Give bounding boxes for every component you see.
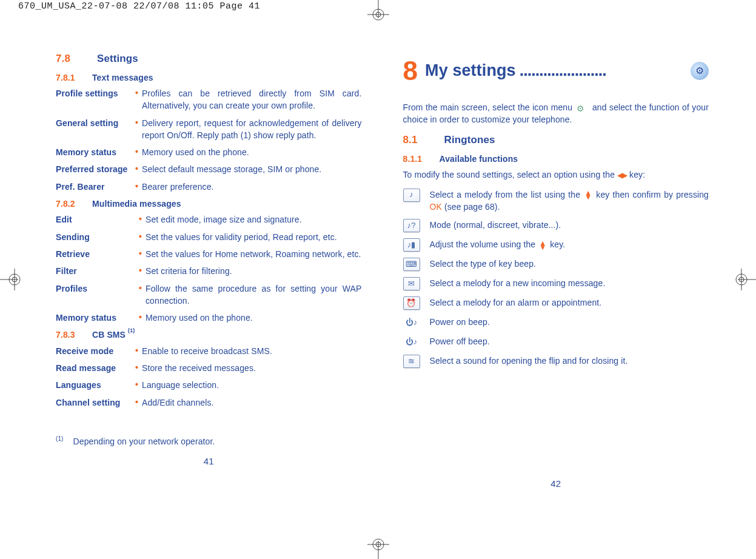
term: Filter (56, 265, 136, 277)
definition: •Delivery report, request for acknowledg… (135, 117, 362, 142)
keybeep-icon: ⌨ (403, 258, 420, 271)
term: Sending (56, 231, 136, 243)
term: Receive mode (56, 345, 133, 357)
bullet-icon: • (135, 345, 138, 356)
list-item: Select a sound for opening the flip and … (430, 355, 709, 367)
crop-mark-bottom (364, 530, 393, 559)
volume-icon: ♪▮ (403, 238, 420, 252)
bullet-icon: • (139, 231, 142, 242)
flip-icon: ≋ (403, 355, 420, 368)
subsection-heading-8-1-1: 8.1.1 Available functions (403, 153, 709, 165)
definition: •Enable to receive broadcast SMS. (135, 345, 362, 357)
bullet-icon: • (135, 362, 138, 373)
list-item: Power off beep. (430, 335, 709, 347)
bullet-icon: • (135, 146, 138, 157)
ringtone-function-list: ♪ Select a melody from the list using th… (403, 189, 709, 369)
alarm-icon: ⏰ (403, 296, 420, 310)
definition: •Select default message storage, SIM or … (135, 163, 362, 175)
definition: •Bearer preference. (135, 181, 362, 193)
term: Edit (56, 213, 136, 226)
term: Profile settings (56, 87, 133, 112)
page-number-right: 42 (403, 477, 709, 490)
term: Memory status (56, 312, 136, 324)
bullet-icon: • (135, 163, 138, 174)
section-number: 7.8 (56, 52, 79, 67)
crop-mark-top (364, 0, 393, 29)
subsection-number: 7.8.2 (56, 198, 81, 210)
term: Pref. Bearer (56, 181, 133, 193)
footnote-mark: (1) (56, 435, 64, 444)
bullet-icon: • (135, 87, 138, 98)
section-heading-8-1: 8.1 Ringtones (403, 133, 709, 148)
list-item: Power on beep. (430, 316, 709, 328)
bullet-icon: • (139, 213, 142, 224)
section-number: 8.1 (403, 133, 426, 148)
definition: •Store the received messages. (135, 362, 362, 374)
print-header-text: 670_UM_USA_22-07-08 22/07/08 11:05 Page … (0, 0, 260, 13)
envelope-icon: ✉ (403, 277, 420, 290)
subsection-title: Text messages (92, 72, 153, 84)
chapter-title-wrap: My settings ...................... (425, 59, 683, 82)
bullet-icon: • (139, 312, 142, 323)
mms-list: Edit •Set edit mode, image size and sign… (56, 213, 362, 324)
list-item: Select a melody for a new incoming messa… (430, 277, 709, 289)
bullet-icon: • (135, 181, 138, 192)
term: Preferred storage (56, 163, 133, 175)
list-item: Select a melody from the list using the … (430, 189, 709, 213)
definition: •Set the values for validity period, Rea… (139, 231, 362, 243)
columns: 7.8 Settings 7.8.1 Text messages Profile… (56, 52, 709, 510)
text-messages-list: Profile settings •Profiles can be retrie… (56, 87, 362, 193)
ok-key: OK (430, 202, 442, 212)
term: Channel setting (56, 397, 133, 409)
left-right-key-icon: ◀▶ (617, 171, 627, 179)
list-item: Adjust the volume using the ▲▼ key. (430, 238, 709, 250)
up-down-key-icon: ▲▼ (539, 241, 546, 250)
list-item: Select the type of key beep. (430, 258, 709, 270)
chapter-title: My settings (425, 59, 516, 82)
bullet-icon: • (139, 248, 142, 259)
definition: •Memory used on the phone. (135, 146, 362, 158)
bullet-icon: • (139, 265, 142, 276)
subsection-title: Available functions (440, 153, 518, 165)
page-spread: 670_UM_USA_22-07-08 22/07/08 11:05 Page … (0, 0, 756, 559)
section-title: Ringtones (444, 133, 495, 148)
term: Memory status (56, 146, 133, 158)
section-heading-7-8: 7.8 Settings (56, 52, 362, 67)
subsection-title: Multimedia messages (92, 198, 181, 210)
subsection-number: 7.8.1 (56, 72, 81, 84)
crop-mark-right (727, 265, 756, 294)
melody-icon: ♪ (403, 189, 420, 202)
power-off-icon: ⏻♪ (403, 335, 420, 349)
right-column: 8 My settings ...................... ⚙ F… (403, 52, 709, 510)
settings-icon: ⚙ (691, 62, 709, 80)
print-header: 670_UM_USA_22-07-08 22/07/08 11:05 Page … (0, 0, 260, 13)
subsection-number: 8.1.1 (403, 153, 429, 165)
definition: •Set edit mode, image size and signature… (139, 213, 362, 226)
term: Languages (56, 379, 133, 391)
page-number-left: 41 (56, 455, 362, 468)
settings-icon: ⚙ (577, 102, 589, 112)
bullet-icon: • (135, 117, 138, 128)
chapter-dots: ...................... (520, 59, 683, 82)
cb-list: Receive mode •Enable to receive broadcas… (56, 345, 362, 409)
footnote-text: Depending on your network operator. (73, 435, 215, 447)
definition: •Profiles can be retrieved directly from… (135, 87, 362, 112)
term: Profiles (56, 283, 136, 307)
footnote: (1) Depending on your network operator. (56, 435, 362, 447)
bullet-icon: • (135, 397, 138, 407)
crop-mark-left (0, 265, 29, 294)
definition: •Set the values for Home network, Roamin… (139, 248, 362, 260)
subsection-heading-7-8-2: 7.8.2 Multimedia messages (56, 198, 362, 210)
subsection-title: CB SMS (1) (92, 329, 135, 341)
subsection-heading-7-8-1: 7.8.1 Text messages (56, 72, 362, 84)
chapter-number: 8 (403, 52, 418, 90)
left-column: 7.8 Settings 7.8.1 Text messages Profile… (56, 52, 362, 510)
term: Retrieve (56, 248, 136, 260)
mode-icon: ♪? (403, 219, 420, 232)
definition: •Follow the same procedure as for settin… (139, 283, 362, 307)
definition: •Language selection. (135, 379, 362, 391)
subsection-heading-7-8-3: 7.8.3 CB SMS (1) (56, 329, 362, 341)
bullet-icon: • (139, 283, 142, 293)
lead-sentence: To modify the sound settings, select an … (403, 169, 709, 181)
footnote-ref: (1) (128, 327, 135, 333)
